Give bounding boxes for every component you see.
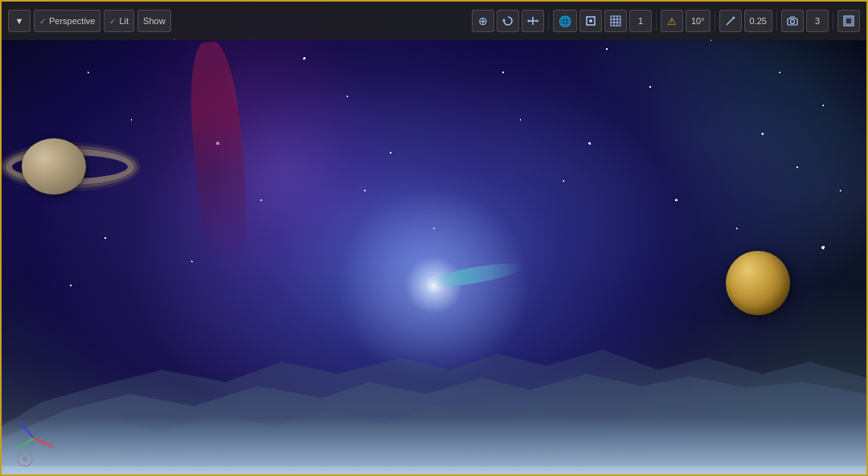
camera-btn[interactable] (781, 10, 804, 32)
viewport-container: Z X Y ▼ ✓ Perspective ✓ Lit Sho (0, 0, 868, 476)
perspective-check-icon: ✓ (39, 17, 46, 26)
gold-planet (726, 251, 790, 315)
lit-label: Lit (119, 16, 129, 26)
snap-value-btn[interactable]: 0.25 (744, 10, 772, 32)
svg-line-6 (22, 438, 34, 446)
svg-marker-10 (502, 18, 506, 21)
snap-value-label: 0.25 (750, 16, 767, 26)
viewport-dropdown-btn[interactable]: ▼ (8, 10, 31, 32)
svg-marker-13 (537, 19, 538, 23)
svg-rect-27 (845, 18, 852, 24)
svg-line-2 (23, 426, 34, 438)
svg-rect-21 (611, 16, 620, 26)
angle-btn[interactable]: 10° (686, 10, 710, 32)
axis-indicator: Z X Y (14, 414, 54, 454)
camera-number-label: 3 (815, 16, 820, 26)
grid-size-label: 1 (638, 16, 643, 26)
perspective-label: Perspective (49, 16, 95, 26)
dropdown-arrow-icon: ▼ (15, 16, 24, 26)
toolbar: ▼ ✓ Perspective ✓ Lit Show ⊕ (2, 2, 866, 40)
svg-rect-0 (2, 418, 866, 474)
rotate-tool-btn[interactable] (497, 10, 519, 32)
svg-marker-14 (527, 19, 529, 23)
svg-point-16 (589, 19, 592, 23)
svg-text:Z: Z (20, 419, 25, 427)
surface-snap-btn[interactable] (579, 10, 602, 32)
lit-check-icon: ✓ (109, 17, 116, 26)
location-icon (16, 450, 34, 468)
maximize-btn[interactable] (837, 10, 860, 32)
mountain-silhouette (2, 314, 866, 474)
toolbar-right: ⊕ 🌐 (472, 10, 860, 32)
warning-btn[interactable]: ⚠ (661, 10, 683, 32)
show-label: Show (143, 16, 166, 26)
transform-tool-btn[interactable]: ⊕ (472, 10, 494, 32)
svg-line-4 (34, 438, 47, 445)
svg-point-9 (23, 457, 27, 462)
show-btn[interactable]: Show (137, 10, 171, 32)
perspective-btn[interactable]: ✓ Perspective (34, 10, 100, 32)
angle-label: 10° (691, 16, 705, 26)
world-btn[interactable]: 🌐 (553, 10, 577, 32)
camera-number-btn[interactable]: 3 (806, 10, 829, 32)
grid-btn[interactable] (604, 10, 627, 32)
grid-size-btn[interactable]: 1 (629, 10, 652, 32)
lit-btn[interactable]: ✓ Lit (104, 10, 134, 32)
snap-btn[interactable] (719, 10, 742, 32)
saturn-planet (6, 126, 134, 199)
saturn-body (22, 138, 86, 195)
svg-text:X: X (48, 441, 53, 449)
svg-point-25 (791, 20, 795, 24)
scale-tool-btn[interactable] (522, 10, 544, 32)
svg-rect-1 (2, 466, 866, 474)
